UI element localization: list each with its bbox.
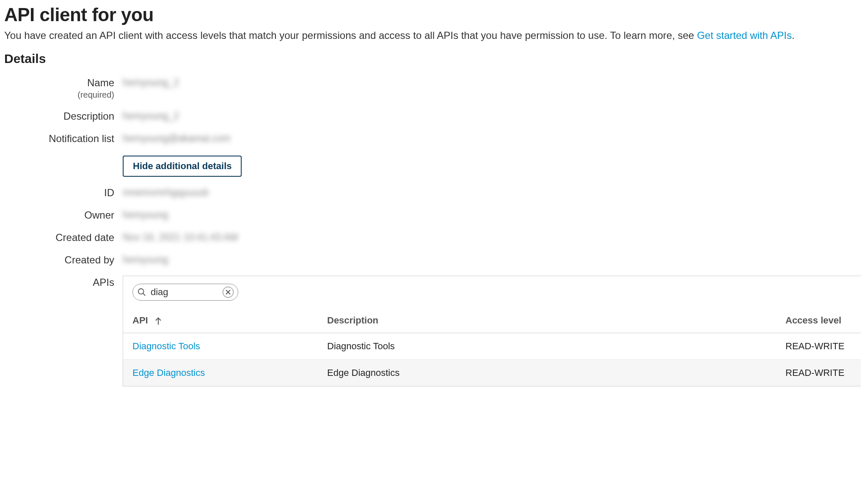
hide-additional-details-button[interactable]: Hide additional details bbox=[123, 156, 242, 177]
page-title: API client for you bbox=[4, 4, 861, 25]
clear-search-button[interactable] bbox=[223, 287, 234, 298]
api-search-input[interactable] bbox=[151, 287, 223, 298]
apis-panel: API Description Access level Diagnostic … bbox=[123, 276, 861, 386]
name-value: hemyoung_2 bbox=[123, 76, 861, 88]
column-header-access-level[interactable]: Access level bbox=[776, 305, 861, 333]
table-row: Diagnostic Tools Diagnostic Tools READ-W… bbox=[123, 333, 861, 360]
svg-point-0 bbox=[138, 289, 144, 294]
description-value: hemyoung_2 bbox=[123, 110, 861, 122]
page-subtitle: You have created an API client with acce… bbox=[4, 30, 861, 41]
id-label: ID bbox=[4, 186, 123, 199]
get-started-link[interactable]: Get started with APIs bbox=[697, 30, 792, 41]
name-label: Name (required) bbox=[4, 76, 123, 100]
created-date-label: Created date bbox=[4, 231, 123, 244]
api-description: Edge Diagnostics bbox=[318, 360, 776, 386]
subtitle-text: You have created an API client with acce… bbox=[4, 30, 697, 41]
apis-table: API Description Access level Diagnostic … bbox=[123, 305, 861, 386]
api-access-level: READ-WRITE bbox=[776, 360, 861, 386]
owner-label: Owner bbox=[4, 208, 123, 222]
description-label: Description bbox=[4, 110, 123, 123]
notification-list-value: hemyoung@akamai.com bbox=[123, 132, 861, 144]
api-search-box bbox=[132, 284, 238, 301]
id-value: mnemvmrhgqyuuub bbox=[123, 186, 861, 198]
api-link[interactable]: Edge Diagnostics bbox=[132, 367, 205, 378]
column-header-api[interactable]: API bbox=[123, 305, 318, 333]
svg-line-1 bbox=[143, 293, 146, 296]
api-description: Diagnostic Tools bbox=[318, 333, 776, 360]
close-icon bbox=[226, 290, 231, 295]
api-link[interactable]: Diagnostic Tools bbox=[132, 341, 200, 351]
column-header-description[interactable]: Description bbox=[318, 305, 776, 333]
created-by-label: Created by bbox=[4, 253, 123, 266]
notification-list-label: Notification list bbox=[4, 132, 123, 145]
apis-label: APIs bbox=[4, 276, 123, 289]
sort-ascending-icon bbox=[155, 315, 162, 326]
subtitle-text-post: . bbox=[792, 30, 795, 41]
search-icon bbox=[137, 288, 146, 297]
name-required-hint: (required) bbox=[4, 89, 114, 100]
details-heading: Details bbox=[4, 52, 861, 66]
table-row: Edge Diagnostics Edge Diagnostics READ-W… bbox=[123, 360, 861, 386]
owner-value: hemyoung bbox=[123, 208, 861, 221]
api-access-level: READ-WRITE bbox=[776, 333, 861, 360]
created-by-value: hemyoung bbox=[123, 253, 861, 266]
created-date-value: Nov 16, 2021 10:41:43 AM bbox=[123, 231, 861, 243]
